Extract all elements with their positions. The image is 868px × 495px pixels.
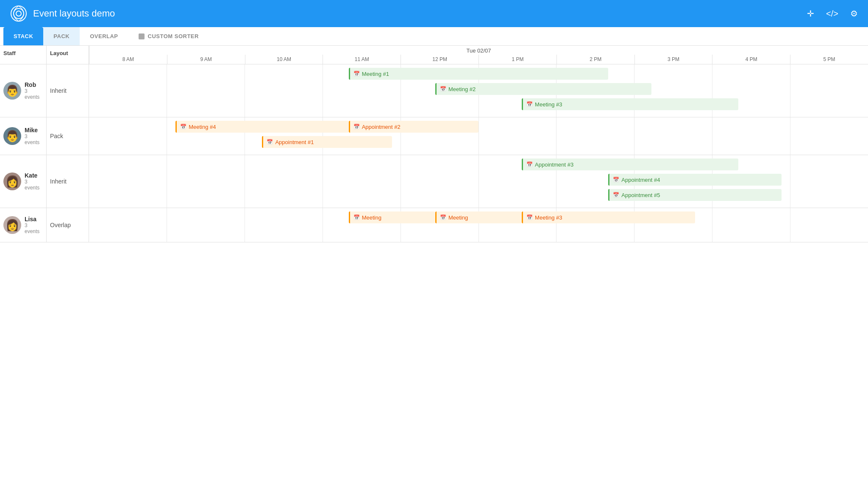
timeline-cell-lisa: 📅Meeting📅Meeting📅Meeting #3 <box>89 208 868 242</box>
event-label-rob-e3: Meeting #3 <box>535 101 562 108</box>
grid-line-4 <box>401 155 479 208</box>
grid-line-9 <box>790 117 868 155</box>
grid-row-mike: 👨 Mike 3 events Pack📅Meeting #4📅Appointm… <box>0 117 868 155</box>
time-slot-8-am: 8 AM <box>89 55 167 64</box>
tab-custom-sorter[interactable]: CUSTOM SORTER <box>128 27 209 45</box>
event-kate-e1[interactable]: 📅Appointment #3 <box>522 159 738 170</box>
event-label-rob-e2: Meeting #2 <box>448 86 476 92</box>
grid-line-1 <box>167 64 245 117</box>
grid-line-1 <box>167 155 245 208</box>
code-icon[interactable]: </> <box>826 9 838 19</box>
event-rob-e2[interactable]: 📅Meeting #2 <box>435 83 652 95</box>
event-calendar-icon: 📅 <box>353 214 360 220</box>
avatar-rob: 👨 <box>3 82 21 100</box>
event-mike-e2[interactable]: 📅Appointment #2 <box>349 121 479 133</box>
date-label: Tue 02/07 <box>89 46 868 55</box>
event-lisa-e1[interactable]: 📅Meeting <box>349 211 435 223</box>
event-label-kate-e1: Appointment #3 <box>535 161 573 168</box>
event-kate-e3[interactable]: 📅Appointment #5 <box>608 189 781 201</box>
staff-name-kate: Kate <box>25 172 43 179</box>
time-slot-1-pm: 1 PM <box>479 55 556 64</box>
svg-point-1 <box>14 8 24 19</box>
time-header-row: Staff Layout Tue 02/07 8 AM9 AM10 AM11 A… <box>0 46 868 64</box>
staff-cell-lisa: 👩 Lisa 3 events <box>0 208 47 242</box>
time-slots-header: 8 AM9 AM10 AM11 AM12 PM1 PM2 PM3 PM4 PM5… <box>89 55 868 64</box>
time-slot-5-pm: 5 PM <box>790 55 868 64</box>
avatar-mike: 👨 <box>3 127 21 145</box>
grid-line-3 <box>323 155 401 208</box>
timeline-cell-mike: 📅Meeting #4📅Appointment #2📅Appointment #… <box>89 117 868 155</box>
time-slot-10-am: 10 AM <box>245 55 323 64</box>
grid-line-2 <box>245 208 323 242</box>
grid-line-0 <box>89 64 167 117</box>
layout-cell-rob: Inherit <box>47 64 89 117</box>
tab-stack[interactable]: STACK <box>3 27 43 45</box>
event-label-lisa-e2: Meeting <box>448 214 468 221</box>
event-label-mike-e3: Appointment #1 <box>275 139 314 145</box>
grid-line-8 <box>712 208 790 242</box>
event-calendar-icon: 📅 <box>440 214 446 220</box>
settings-icon[interactable]: ⚙ <box>850 8 858 19</box>
grid-line-1 <box>167 208 245 242</box>
event-rob-e1[interactable]: 📅Meeting #1 <box>349 68 609 80</box>
event-calendar-icon: 📅 <box>526 161 533 167</box>
event-calendar-icon: 📅 <box>180 124 186 130</box>
avatar-lisa: 👩 <box>3 216 21 234</box>
staff-name-rob: Rob <box>25 81 43 88</box>
header-actions: ✛ </> ⚙ <box>807 8 858 19</box>
event-rob-e3[interactable]: 📅Meeting #3 <box>522 98 738 110</box>
event-label-mike-e1: Meeting #4 <box>189 124 216 130</box>
grid-line-9 <box>790 155 868 208</box>
staff-column-header: Staff <box>0 46 47 64</box>
main-grid: Staff Layout Tue 02/07 8 AM9 AM10 AM11 A… <box>0 46 868 242</box>
time-slot-4-pm: 4 PM <box>712 55 790 64</box>
layout-cell-kate: Inherit <box>47 155 89 208</box>
staff-cell-mike: 👨 Mike 3 events <box>0 117 47 155</box>
staff-info-kate: Kate 3 events <box>25 172 43 191</box>
app-header: Event layouts demo ✛ </> ⚙ <box>0 0 868 27</box>
grid-line-8 <box>712 117 790 155</box>
grid-line-2 <box>245 155 323 208</box>
event-lisa-e3[interactable]: 📅Meeting #3 <box>522 211 695 223</box>
time-slot-12-pm: 12 PM <box>401 55 479 64</box>
event-label-rob-e1: Meeting #1 <box>362 71 389 77</box>
time-slot-9-am: 9 AM <box>167 55 245 64</box>
staff-info-rob: Rob 3 events <box>25 81 43 100</box>
layout-column-header: Layout <box>47 46 89 64</box>
event-kate-e2[interactable]: 📅Appointment #4 <box>608 174 781 186</box>
event-calendar-icon: 📅 <box>526 101 533 107</box>
event-calendar-icon: 📅 <box>613 177 619 183</box>
grid-line-0 <box>89 155 167 208</box>
staff-info-mike: Mike 3 events <box>25 127 43 145</box>
event-lisa-e2[interactable]: 📅Meeting <box>435 211 522 223</box>
staff-info-lisa: Lisa 3 events <box>25 216 43 234</box>
move-icon[interactable]: ✛ <box>807 8 814 19</box>
layout-cell-mike: Pack <box>47 117 89 155</box>
grid-line-9 <box>790 64 868 117</box>
time-slot-3-pm: 3 PM <box>634 55 712 64</box>
body-rows: 👨 Rob 3 events Inherit📅Meeting #1📅Meetin… <box>0 64 868 242</box>
staff-cell-rob: 👨 Rob 3 events <box>0 64 47 117</box>
grid-line-5 <box>479 117 556 155</box>
event-mike-e3[interactable]: 📅Appointment #1 <box>262 136 392 148</box>
event-label-kate-e2: Appointment #4 <box>621 177 660 183</box>
tab-pack[interactable]: PACK <box>43 27 80 45</box>
avatar-kate: 👩 <box>3 172 21 190</box>
staff-events-kate: 3 events <box>25 179 43 191</box>
event-mike-e1[interactable]: 📅Meeting #4 <box>175 121 348 133</box>
tabs-bar: STACK PACK OVERLAP CUSTOM SORTER <box>0 27 868 46</box>
event-calendar-icon: 📅 <box>613 192 619 198</box>
app-title: Event layouts demo <box>33 8 807 19</box>
event-calendar-icon: 📅 <box>353 124 360 130</box>
event-calendar-icon: 📅 <box>526 214 533 220</box>
staff-events-mike: 3 events <box>25 133 43 145</box>
grid-row-kate: 👩 Kate 3 events Inherit📅Appointment #3📅A… <box>0 155 868 208</box>
tab-overlap[interactable]: OVERLAP <box>80 27 128 45</box>
grid-line-6 <box>556 117 634 155</box>
event-calendar-icon: 📅 <box>353 71 360 77</box>
app-logo <box>10 5 27 22</box>
event-calendar-icon: 📅 <box>440 86 446 92</box>
grid-row-rob: 👨 Rob 3 events Inherit📅Meeting #1📅Meetin… <box>0 64 868 117</box>
staff-name-lisa: Lisa <box>25 216 43 222</box>
staff-name-mike: Mike <box>25 127 43 133</box>
